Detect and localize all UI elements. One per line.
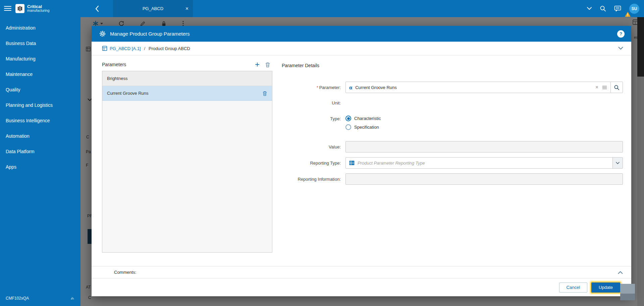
sidebar-item-apps[interactable]: Apps xyxy=(0,159,80,175)
radio-option-specification[interactable]: Specification xyxy=(345,124,623,130)
list-item-brightness[interactable]: Brightness xyxy=(102,71,272,86)
sidebar: Critical manufacturing Administration Bu… xyxy=(0,0,80,306)
list-item-current-groove-runs[interactable]: Current Groove Runs xyxy=(102,86,272,101)
back-chevron-icon xyxy=(95,5,99,12)
required-asterisk: * xyxy=(317,85,318,90)
parameter-alpha-icon: α xyxy=(349,85,352,90)
comments-section[interactable]: Comments: xyxy=(92,266,631,278)
parameter-label: *Parameter: xyxy=(282,85,345,90)
reporting-type-placeholder: Product Parameter Reporting Type xyxy=(358,161,609,166)
sidebar-item-business-intelligence[interactable]: Business Intelligence xyxy=(0,113,80,128)
brand-name: Critical xyxy=(27,4,50,9)
hamburger-menu-icon[interactable] xyxy=(4,5,11,12)
breadcrumb-link[interactable]: PG_ABCD [A.1] xyxy=(102,46,141,51)
value-label: Value: xyxy=(282,144,345,149)
topbar-actions: SU ! xyxy=(587,4,644,14)
type-options: Characteristic Specification xyxy=(345,116,623,141)
tab-pg-abcd[interactable]: PG_ABCD × xyxy=(113,0,193,17)
brand-subname: manufacturing xyxy=(27,9,50,12)
row-delete-icon[interactable] xyxy=(262,91,267,96)
parameters-list: Brightness Current Groove Runs xyxy=(102,71,272,253)
manage-product-group-parameters-modal: Manage Product Group Parameters ? PG_ABC… xyxy=(92,26,631,296)
reporting-information-label: Reporting Information: xyxy=(282,177,345,182)
brand-logo-text: Critical manufacturing xyxy=(27,4,50,13)
sidebar-item-planning-and-logistics[interactable]: Planning and Logistics xyxy=(0,97,80,113)
unit-row: Unit: xyxy=(282,100,623,105)
breadcrumb: PG_ABCD [A.1] / Product Group ABCD xyxy=(92,42,631,55)
topbar: PG_ABCD × SU ! xyxy=(80,0,644,17)
parameters-panel: Parameters + Brightness Current Groove R… xyxy=(102,58,272,266)
brand-logo-icon xyxy=(15,4,24,13)
magnifier-icon xyxy=(614,85,620,90)
list-item-label: Brightness xyxy=(107,76,127,81)
radio-characteristic[interactable] xyxy=(345,116,351,121)
radio-option-characteristic[interactable]: Characteristic xyxy=(345,116,623,121)
reporting-type-dropdown-button[interactable] xyxy=(612,158,623,168)
sidebar-nav: Administration Business Data Manufacturi… xyxy=(0,20,80,175)
parameter-field: α Current Groove Runs × xyxy=(345,82,623,93)
reporting-information-row: Reporting Information: xyxy=(282,173,623,185)
clear-icon[interactable]: × xyxy=(595,85,598,90)
reporting-type-table-icon xyxy=(349,161,355,165)
breadcrumb-current: Product Group ABCD xyxy=(149,46,190,51)
modal-header: Manage Product Group Parameters ? xyxy=(92,26,631,42)
detail-lines-icon[interactable] xyxy=(602,85,607,90)
unit-label: Unit: xyxy=(282,100,345,105)
tab-label: PG_ABCD xyxy=(143,6,163,11)
user-avatar[interactable]: SU ! xyxy=(629,4,639,14)
avatar-initials: SU xyxy=(632,6,637,11)
breadcrumb-separator: / xyxy=(144,46,145,51)
floating-widget[interactable] xyxy=(620,284,635,300)
parameter-details-title: Parameter Details xyxy=(282,63,623,68)
parameter-search-button[interactable] xyxy=(611,82,623,93)
radio-specification-label: Specification xyxy=(354,125,379,130)
environment-broadcast-icon xyxy=(70,296,74,301)
dropdown-chevron-icon[interactable] xyxy=(587,7,592,10)
parameters-panel-header: Parameters + xyxy=(102,58,272,71)
content-area: C Pa F PR AT C es Manage Product Group P… xyxy=(80,17,644,306)
sidebar-item-quality[interactable]: Quality xyxy=(0,82,80,97)
value-row: Value: xyxy=(282,141,623,152)
messages-icon[interactable] xyxy=(614,5,621,12)
add-parameter-button[interactable]: + xyxy=(255,60,260,69)
reporting-type-select[interactable]: Product Parameter Reporting Type xyxy=(345,157,623,169)
help-icon[interactable]: ? xyxy=(617,30,625,38)
parameter-details-form: *Parameter: α Current Groove Runs × xyxy=(282,82,623,185)
reporting-information-input[interactable] xyxy=(345,173,623,185)
modal-body: Parameters + Brightness Current Groove R… xyxy=(92,55,631,266)
comments-collapse-chevron-icon[interactable] xyxy=(618,271,623,274)
parameter-row: *Parameter: α Current Groove Runs × xyxy=(282,82,623,93)
radio-characteristic-label: Characteristic xyxy=(354,116,381,121)
product-group-icon xyxy=(102,46,107,51)
radio-specification[interactable] xyxy=(345,124,351,130)
back-button[interactable] xyxy=(80,0,113,17)
type-row: Type: Characteristic Specification xyxy=(282,116,623,141)
sidebar-footer: CMF102xQA xyxy=(0,292,80,306)
sidebar-item-manufacturing[interactable]: Manufacturing xyxy=(0,51,80,67)
search-icon[interactable] xyxy=(600,5,606,12)
header-collapse-chevron-icon[interactable] xyxy=(618,47,623,50)
tab-close-icon[interactable]: × xyxy=(185,6,189,11)
update-button[interactable]: Update xyxy=(591,282,620,293)
parameter-lookup-input[interactable]: α Current Groove Runs × xyxy=(345,82,611,93)
parameter-value: Current Groove Runs xyxy=(355,85,592,90)
parameters-panel-title: Parameters xyxy=(102,62,126,67)
warning-badge-icon: ! xyxy=(625,12,631,17)
environment-label: CMF102xQA xyxy=(6,296,29,301)
svg-text:!: ! xyxy=(627,13,629,17)
sidebar-item-data-platform[interactable]: Data Platform xyxy=(0,144,80,159)
sidebar-item-maintenance[interactable]: Maintenance xyxy=(0,67,80,82)
breadcrumb-link-label: PG_ABCD [A.1] xyxy=(110,46,141,51)
modal-title: Manage Product Group Parameters xyxy=(110,31,190,37)
app-window: Critical manufacturing Administration Bu… xyxy=(0,0,644,306)
modal-footer: Cancel Update xyxy=(92,278,631,296)
cancel-button[interactable]: Cancel xyxy=(559,282,587,293)
type-label: Type: xyxy=(282,116,345,121)
delete-parameter-button[interactable] xyxy=(265,62,270,68)
sidebar-item-automation[interactable]: Automation xyxy=(0,128,80,144)
chevron-down-icon xyxy=(616,162,620,164)
sidebar-item-business-data[interactable]: Business Data xyxy=(0,36,80,51)
value-input[interactable] xyxy=(345,141,623,152)
parameter-details-panel: Parameter Details *Parameter: α Current … xyxy=(282,58,623,266)
sidebar-item-administration[interactable]: Administration xyxy=(0,20,80,36)
